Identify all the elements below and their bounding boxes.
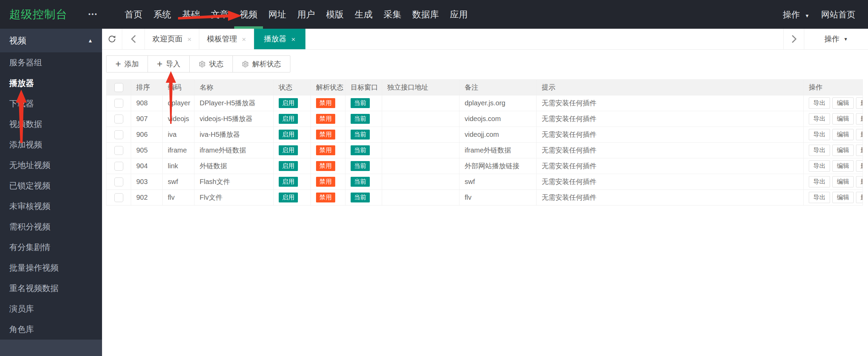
sidebar-item[interactable]: 添加视频: [0, 134, 102, 155]
tab[interactable]: 欢迎页面×: [145, 29, 199, 49]
refresh-button[interactable]: [102, 29, 122, 49]
sidebar-item[interactable]: 播放器: [0, 73, 102, 93]
cell-target: 当前: [345, 143, 382, 158]
target-window-badge: 当前: [351, 193, 370, 203]
edit-button[interactable]: 编辑: [832, 160, 854, 172]
row-checkbox[interactable]: [114, 99, 123, 108]
content-area: +添加+导入状态解析状态 排序编码名称状态解析状态目标窗口独立接口地址备注提示操…: [102, 50, 868, 206]
nav-item[interactable]: 用户: [292, 0, 320, 29]
sidebar-item[interactable]: 重名视频数据: [0, 278, 102, 299]
row-checkbox[interactable]: [114, 193, 123, 202]
delete-button[interactable]: 删除: [856, 113, 863, 124]
nav-item[interactable]: 生成: [349, 0, 378, 29]
site-home-link[interactable]: 网站首页: [821, 9, 855, 20]
sidebar-item[interactable]: 有分集剧情: [0, 237, 102, 258]
delete-button[interactable]: 删除: [856, 129, 863, 140]
cell-parse: 禁用: [311, 190, 345, 206]
parse-status-button[interactable]: 解析状态: [232, 55, 290, 72]
column-header: 操作: [804, 80, 863, 95]
column-header: 状态: [274, 80, 311, 95]
sidebar-group-header[interactable]: 视频 ▲: [0, 29, 102, 52]
column-header: 提示: [537, 80, 804, 95]
target-window-badge: 当前: [351, 114, 370, 124]
sidebar-item[interactable]: 下载器: [0, 93, 102, 114]
select-all-checkbox[interactable]: [114, 83, 123, 92]
delete-button[interactable]: 删除: [856, 176, 863, 187]
row-checkbox[interactable]: [114, 177, 123, 186]
cell-code: dplayer: [163, 95, 194, 111]
import-button[interactable]: +导入: [148, 55, 189, 72]
sidebar-item[interactable]: 服务器组: [0, 52, 102, 73]
edit-button[interactable]: 编辑: [832, 176, 854, 187]
sidebar-item[interactable]: 未审核视频: [0, 196, 102, 216]
export-button[interactable]: 导出: [809, 145, 830, 156]
tab[interactable]: 播放器×: [254, 29, 305, 49]
nav-item[interactable]: 文章: [205, 0, 234, 29]
cell-note: swf: [460, 174, 537, 190]
cell-actions: 导出编辑删除: [804, 174, 863, 190]
sidebar-item[interactable]: 需积分视频: [0, 216, 102, 237]
nav-item[interactable]: 首页: [119, 0, 148, 29]
nav-item[interactable]: 模版: [320, 0, 349, 29]
cell-code: videojs: [163, 111, 194, 127]
parse-status-badge: 禁用: [316, 145, 335, 156]
delete-button[interactable]: 删除: [856, 192, 863, 203]
sidebar-item[interactable]: 无地址视频: [0, 155, 102, 175]
nav-more-icon[interactable]: •••: [88, 0, 98, 29]
row-checkbox[interactable]: [114, 162, 123, 171]
sidebar-item[interactable]: 已锁定视频: [0, 175, 102, 196]
cell-target: 当前: [345, 95, 382, 111]
tab-close-icon[interactable]: ×: [187, 36, 191, 43]
delete-button[interactable]: 删除: [856, 97, 863, 109]
column-header: 排序: [131, 80, 163, 95]
delete-button[interactable]: 删除: [856, 145, 863, 156]
edit-button[interactable]: 编辑: [832, 113, 854, 124]
status-button[interactable]: 状态: [189, 55, 233, 72]
nav-item[interactable]: 数据库: [407, 0, 444, 29]
parse-status-badge: 禁用: [316, 161, 335, 171]
parse-status-badge: 禁用: [316, 114, 335, 124]
tabs-scroll-right-button[interactable]: [783, 29, 804, 49]
sidebar-item[interactable]: 演员库: [0, 299, 102, 319]
cell-name: Flash文件: [194, 174, 274, 190]
export-button[interactable]: 导出: [809, 113, 830, 124]
cell-target: 当前: [345, 111, 382, 127]
export-button[interactable]: 导出: [809, 192, 830, 203]
tab-close-icon[interactable]: ×: [291, 36, 295, 43]
plus-icon: +: [157, 59, 162, 69]
target-window-badge: 当前: [351, 145, 370, 156]
nav-item[interactable]: 基础: [177, 0, 205, 29]
row-checkbox[interactable]: [114, 115, 123, 123]
nav-item[interactable]: 采集: [378, 0, 407, 29]
nav-item[interactable]: 应用: [444, 0, 473, 29]
cell-sort: 903: [131, 174, 163, 190]
tab-close-icon[interactable]: ×: [242, 36, 246, 43]
edit-button[interactable]: 编辑: [832, 192, 854, 203]
edit-button[interactable]: 编辑: [832, 145, 854, 156]
export-button[interactable]: 导出: [809, 97, 830, 109]
add-button[interactable]: +添加: [106, 55, 148, 72]
sidebar-item[interactable]: 视频数据: [0, 114, 102, 134]
nav-item[interactable]: 系统: [148, 0, 177, 29]
edit-button[interactable]: 编辑: [832, 129, 854, 140]
tab[interactable]: 模板管理×: [199, 29, 254, 49]
tab-bar: 欢迎页面×模板管理×播放器× 操作▼: [102, 29, 868, 50]
sidebar-item[interactable]: 批量操作视频: [0, 258, 102, 278]
edit-button[interactable]: 编辑: [832, 97, 854, 109]
row-checkbox[interactable]: [114, 146, 123, 155]
cell-tip: 无需安装任何插件: [537, 143, 804, 158]
tabs-scroll-left-button[interactable]: [122, 29, 145, 49]
tabbar-action-dropdown[interactable]: 操作▼: [804, 29, 868, 49]
nav-item[interactable]: 视频: [234, 0, 263, 29]
sidebar-item[interactable]: 角色库: [0, 319, 102, 340]
cell-api-address: [382, 190, 460, 206]
cell-sort: 902: [131, 190, 163, 206]
export-button[interactable]: 导出: [809, 176, 830, 187]
export-button[interactable]: 导出: [809, 160, 830, 172]
topnav-action-dropdown[interactable]: 操作▼: [783, 9, 809, 20]
row-checkbox[interactable]: [114, 130, 123, 139]
players-table: 排序编码名称状态解析状态目标窗口独立接口地址备注提示操作 908dplayerD…: [106, 79, 863, 206]
delete-button[interactable]: 删除: [856, 160, 863, 172]
export-button[interactable]: 导出: [809, 129, 830, 140]
nav-item[interactable]: 网址: [263, 0, 292, 29]
